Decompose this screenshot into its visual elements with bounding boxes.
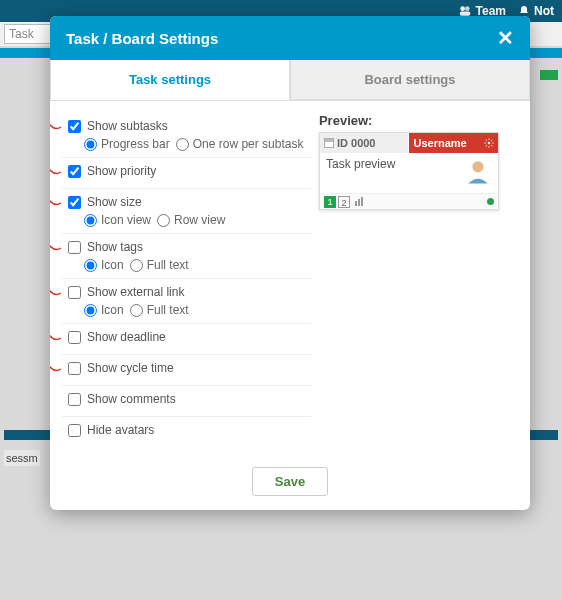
checkbox-hide-avatars[interactable]: Hide avatars xyxy=(68,423,311,437)
setting-size: Show size Icon view Row view xyxy=(62,188,311,233)
radio-size-icon-view[interactable]: Icon view xyxy=(84,213,151,227)
checkbox-show-priority[interactable]: Show priority xyxy=(68,164,311,178)
task-card-preview: ID 0000 Username Task preview 1 2 xyxy=(319,132,499,210)
status-dot-icon xyxy=(487,198,494,205)
setting-subtasks: Show subtasks Progress bar One row per s… xyxy=(62,113,311,157)
annotation-mark-icon xyxy=(50,332,62,342)
preview-panel: Preview: ID 0000 Username Task preview xyxy=(311,113,516,447)
search-input[interactable]: Task xyxy=(4,24,54,44)
setting-tags: Show tags Icon Full text xyxy=(62,233,311,278)
setting-deadline: Show deadline xyxy=(62,323,311,354)
tab-board-settings[interactable]: Board settings xyxy=(290,60,530,100)
setting-priority: Show priority xyxy=(62,157,311,188)
card-body-text: Task preview xyxy=(326,157,395,171)
radio-extlink-full-text[interactable]: Full text xyxy=(130,303,189,317)
card-id: ID 0000 xyxy=(320,133,410,153)
setting-cycle-time: Show cycle time xyxy=(62,354,311,385)
modal-header: Task / Board Settings ✕ xyxy=(50,16,530,60)
close-icon[interactable]: ✕ xyxy=(497,26,514,50)
gear-icon[interactable] xyxy=(484,138,494,148)
preview-label: Preview: xyxy=(319,113,516,128)
notif-label: Not xyxy=(534,4,554,18)
tab-task-settings[interactable]: Task settings xyxy=(50,60,290,100)
annotation-mark-icon xyxy=(50,197,62,207)
radio-subtasks-one-row[interactable]: One row per subtask xyxy=(176,137,304,151)
settings-modal: Task / Board Settings ✕ Task settings Bo… xyxy=(50,16,530,510)
checkbox-show-size[interactable]: Show size xyxy=(68,195,311,209)
size-badge-1: 1 xyxy=(324,196,336,208)
radio-size-row-view[interactable]: Row view xyxy=(157,213,225,227)
radio-extlink-icon[interactable]: Icon xyxy=(84,303,124,317)
row-label: sessm xyxy=(4,450,40,466)
priority-icon xyxy=(355,197,363,206)
annotation-mark-icon xyxy=(50,242,62,252)
checkbox-show-external-link[interactable]: Show external link xyxy=(68,285,311,299)
radio-tags-icon[interactable]: Icon xyxy=(84,258,124,272)
annotation-mark-icon xyxy=(50,287,62,297)
annotation-mark-icon xyxy=(50,363,62,373)
board-column-green xyxy=(540,70,558,80)
annotation-mark-icon xyxy=(50,166,62,176)
setting-hide-avatars: Hide avatars xyxy=(62,416,311,447)
svg-point-1 xyxy=(465,6,470,11)
radio-subtasks-progress-bar[interactable]: Progress bar xyxy=(84,137,170,151)
size-badge-2: 2 xyxy=(338,196,350,208)
card-username: Username xyxy=(409,133,498,153)
checkbox-show-subtasks[interactable]: Show subtasks xyxy=(68,119,311,133)
settings-list: Show subtasks Progress bar One row per s… xyxy=(50,113,311,447)
card-footer: 1 2 xyxy=(320,193,498,209)
svg-point-0 xyxy=(460,6,465,11)
calendar-icon xyxy=(324,138,334,148)
avatar-icon xyxy=(464,157,492,188)
svg-point-4 xyxy=(472,161,483,172)
modal-title: Task / Board Settings xyxy=(66,30,218,47)
checkbox-show-comments[interactable]: Show comments xyxy=(68,392,311,406)
checkbox-show-cycle-time[interactable]: Show cycle time xyxy=(68,361,311,375)
tab-bar: Task settings Board settings xyxy=(50,60,530,101)
setting-comments: Show comments xyxy=(62,385,311,416)
save-button[interactable]: Save xyxy=(252,467,328,496)
svg-point-3 xyxy=(488,142,491,145)
setting-external-link: Show external link Icon Full text xyxy=(62,278,311,323)
annotation-mark-icon xyxy=(50,121,62,131)
checkbox-show-tags[interactable]: Show tags xyxy=(68,240,311,254)
radio-tags-full-text[interactable]: Full text xyxy=(130,258,189,272)
checkbox-show-deadline[interactable]: Show deadline xyxy=(68,330,311,344)
